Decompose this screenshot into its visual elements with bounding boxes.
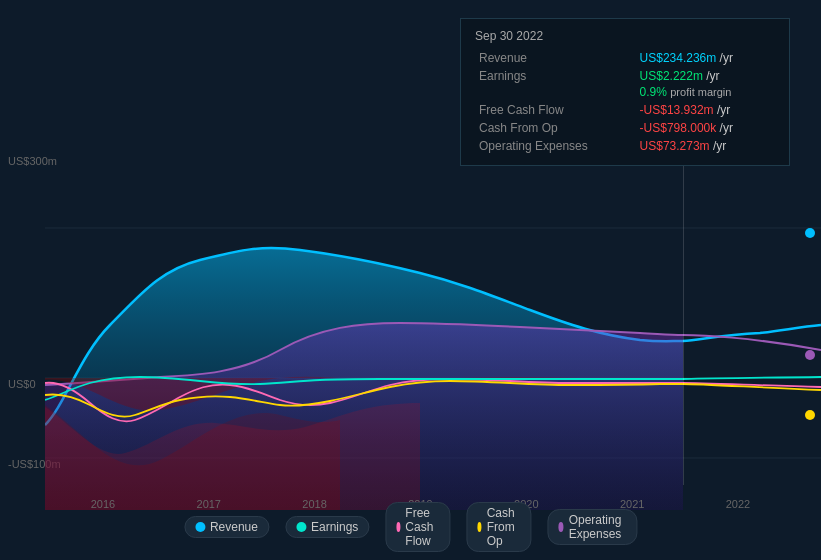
earnings-legend-label: Earnings [311, 520, 358, 534]
main-chart [0, 155, 821, 510]
free-cash-flow-value: -US$13.932m /yr [636, 101, 775, 119]
chart-legend: Revenue Earnings Free Cash Flow Cash Fro… [184, 502, 637, 552]
cash-from-op-value: -US$798.000k /yr [636, 119, 775, 137]
revenue-row: Revenue US$234.236m /yr [475, 49, 775, 67]
highlight-line [683, 155, 684, 485]
cash-from-op-legend-label: Cash From Op [487, 506, 521, 548]
free-cash-flow-legend-dot [396, 522, 400, 532]
earnings-label: Earnings [475, 67, 636, 85]
legend-earnings[interactable]: Earnings [285, 516, 369, 538]
earnings-value: US$2.222m /yr [636, 67, 775, 85]
free-cash-flow-label: Free Cash Flow [475, 101, 636, 119]
cash-from-op-row: Cash From Op -US$798.000k /yr [475, 119, 775, 137]
legend-free-cash-flow[interactable]: Free Cash Flow [385, 502, 450, 552]
operating-expenses-dot [805, 350, 815, 360]
earnings-legend-dot [296, 522, 306, 532]
cash-from-op-dot [805, 410, 815, 420]
card-table: Revenue US$234.236m /yr Earnings US$2.22… [475, 49, 775, 155]
operating-expenses-legend-dot [558, 522, 563, 532]
operating-expenses-row: Operating Expenses US$73.273m /yr [475, 137, 775, 155]
revenue-label: Revenue [475, 49, 636, 67]
free-cash-flow-legend-label: Free Cash Flow [405, 506, 439, 548]
revenue-legend-label: Revenue [210, 520, 258, 534]
revenue-dot [805, 228, 815, 238]
card-date: Sep 30 2022 [475, 29, 775, 43]
legend-revenue[interactable]: Revenue [184, 516, 269, 538]
x-label-2022: 2022 [726, 498, 750, 510]
legend-operating-expenses[interactable]: Operating Expenses [547, 509, 637, 545]
operating-expenses-label: Operating Expenses [475, 137, 636, 155]
data-tooltip: Sep 30 2022 Revenue US$234.236m /yr Earn… [460, 18, 790, 166]
free-cash-flow-row: Free Cash Flow -US$13.932m /yr [475, 101, 775, 119]
earnings-row: Earnings US$2.222m /yr [475, 67, 775, 85]
revenue-value: US$234.236m /yr [636, 49, 775, 67]
cash-from-op-label: Cash From Op [475, 119, 636, 137]
x-label-2016: 2016 [91, 498, 115, 510]
cash-from-op-legend-dot [477, 522, 481, 532]
legend-cash-from-op[interactable]: Cash From Op [466, 502, 531, 552]
revenue-legend-dot [195, 522, 205, 532]
operating-expenses-value: US$73.273m /yr [636, 137, 775, 155]
profit-margin-row: 0.9% profit margin [475, 85, 775, 101]
operating-expenses-legend-label: Operating Expenses [569, 513, 626, 541]
